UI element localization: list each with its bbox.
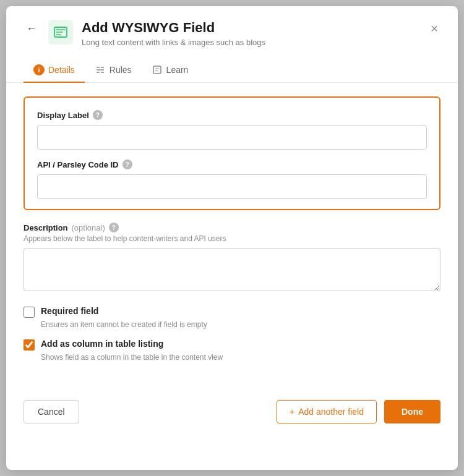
close-button[interactable]: × bbox=[428, 20, 440, 37]
tab-rules-label: Rules bbox=[110, 65, 132, 75]
plus-icon: + bbox=[290, 407, 294, 417]
modal-container: ← Add WYSIWYG Field Long text content wi… bbox=[6, 6, 458, 470]
header-left: ← Add WYSIWYG Field Long text content wi… bbox=[24, 20, 265, 47]
header-text: Add WYSIWYG Field Long text content with… bbox=[82, 20, 265, 47]
tabs-container: i Details Rules bbox=[6, 58, 458, 83]
display-label-input[interactable] bbox=[37, 125, 427, 150]
svg-rect-9 bbox=[153, 66, 161, 74]
modal-content: Display Label ? API / Parsley Code ID ? … bbox=[6, 83, 458, 384]
description-help-icon[interactable]: ? bbox=[109, 223, 119, 232]
api-code-group: API / Parsley Code ID ? bbox=[37, 159, 427, 199]
required-field-row: Required field bbox=[24, 306, 440, 318]
tab-learn-label: Learn bbox=[166, 65, 189, 75]
tab-rules[interactable]: Rules bbox=[85, 58, 142, 83]
tab-details-label: Details bbox=[48, 65, 75, 75]
wysiwyg-field-icon bbox=[48, 20, 73, 45]
details-tab-icon: i bbox=[33, 64, 45, 75]
optional-text: (optional) bbox=[72, 223, 105, 232]
modal-subtitle: Long text content with links & images su… bbox=[82, 38, 265, 47]
column-listing-description: Shows field as a column in the table in … bbox=[41, 353, 440, 362]
rules-tab-icon bbox=[95, 64, 106, 75]
tab-details[interactable]: i Details bbox=[24, 58, 85, 83]
column-listing-section: Add as column in table listing Shows fie… bbox=[24, 339, 440, 362]
modal-header: ← Add WYSIWYG Field Long text content wi… bbox=[6, 6, 458, 47]
footer-right: + Add another field Done bbox=[277, 400, 440, 423]
description-hint: Appears below the label to help content-… bbox=[24, 234, 440, 243]
description-label: Description (optional) ? bbox=[24, 223, 440, 232]
done-button[interactable]: Done bbox=[384, 400, 440, 423]
column-listing-row: Add as column in table listing bbox=[24, 339, 440, 351]
modal-title: Add WYSIWYG Field bbox=[82, 20, 265, 36]
api-code-label: API / Parsley Code ID ? bbox=[37, 159, 427, 169]
required-field-label[interactable]: Required field bbox=[41, 306, 98, 316]
required-field-description: Ensures an item cannot be created if fie… bbox=[41, 320, 440, 329]
required-field-section: Required field Ensures an item cannot be… bbox=[24, 306, 440, 329]
required-field-checkbox[interactable] bbox=[24, 307, 35, 318]
description-textarea[interactable] bbox=[24, 248, 440, 291]
api-code-input[interactable] bbox=[37, 174, 427, 199]
display-label-group: Display Label ? bbox=[37, 110, 427, 150]
column-listing-checkbox[interactable] bbox=[24, 339, 35, 351]
column-listing-label[interactable]: Add as column in table listing bbox=[41, 339, 163, 349]
api-code-help-icon[interactable]: ? bbox=[122, 159, 132, 169]
cancel-button[interactable]: Cancel bbox=[24, 400, 79, 423]
learn-tab-icon bbox=[152, 64, 163, 75]
back-button[interactable]: ← bbox=[24, 21, 40, 36]
display-label-help-icon[interactable]: ? bbox=[93, 110, 103, 120]
add-another-field-button[interactable]: + Add another field bbox=[277, 400, 377, 423]
modal-footer: Cancel + Add another field Done bbox=[6, 390, 458, 437]
description-section: Description (optional) ? Appears below t… bbox=[24, 223, 440, 294]
display-label-label: Display Label ? bbox=[37, 110, 427, 120]
required-fields-section: Display Label ? API / Parsley Code ID ? bbox=[24, 96, 440, 210]
tab-learn[interactable]: Learn bbox=[142, 58, 199, 83]
